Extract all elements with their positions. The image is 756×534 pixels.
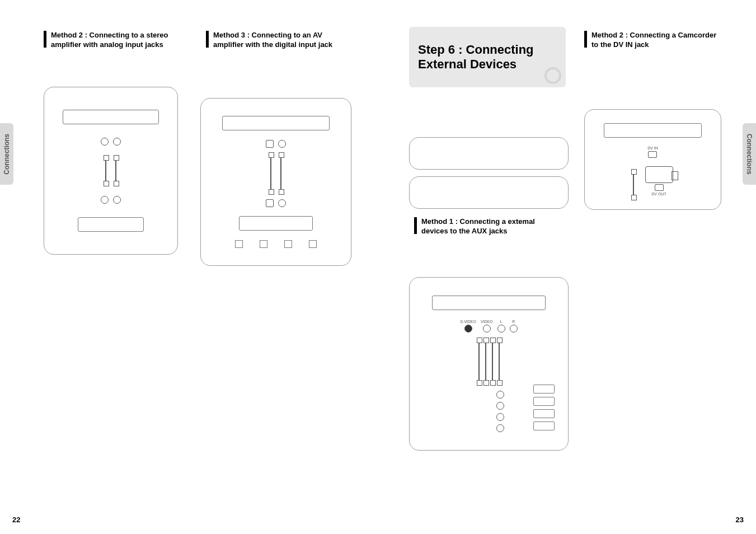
- speaker-row: [235, 240, 317, 248]
- ext-jack-icon: [496, 424, 504, 432]
- heading-bar-icon: [44, 31, 46, 48]
- speaker-icon: [284, 240, 292, 248]
- heading-method2-stereo: Method 2 : Connecting to a stereo amplif…: [44, 31, 180, 50]
- heading-text: Method 2 : Connecting a Camcorder to the…: [591, 31, 720, 50]
- cable-icon: [492, 342, 493, 381]
- dvin-port-icon: [648, 151, 657, 158]
- dvd-recorder-front-icon: [604, 123, 702, 138]
- ext-jack-icon: [496, 413, 504, 421]
- camcorder-icon: [645, 166, 673, 183]
- jack-icon: [113, 138, 121, 146]
- cable-pair: [105, 160, 116, 182]
- dvd-recorder-rear-icon: [222, 116, 330, 130]
- placeholder-frame-2: [409, 176, 569, 209]
- aux-port-row: S-VIDEO VIDEO L R: [460, 320, 518, 332]
- amplifier-front-icon: [78, 217, 144, 232]
- video-jack-icon: [483, 325, 491, 332]
- dvd-recorder-rear-icon: [63, 110, 158, 124]
- diagram-content: DV IN DV OUT: [591, 115, 714, 204]
- port-label: L: [500, 320, 503, 324]
- jack-row: [266, 199, 286, 207]
- cable-bundle: [478, 342, 500, 381]
- jack-icon: [113, 196, 121, 204]
- audio-r-jack-icon: [510, 325, 518, 332]
- jack-icon: [101, 196, 109, 204]
- diagram-aux-external: S-VIDEO VIDEO L R: [409, 277, 569, 451]
- speaker-icon: [235, 240, 243, 248]
- coaxial-jack-icon: [278, 140, 286, 148]
- dvout-label: DV OUT: [651, 192, 666, 196]
- camcorder-mini-icon: [533, 385, 555, 394]
- page-number-left: 22: [12, 516, 20, 524]
- diagram-av-digital: [200, 98, 351, 266]
- diagram-camcorder-dvin: DV IN DV OUT: [584, 109, 721, 210]
- dv-cable-icon: [633, 174, 634, 196]
- side-tab-label: Connections: [3, 134, 11, 175]
- page-number-right: 23: [736, 516, 744, 524]
- port-label: R: [512, 320, 515, 324]
- diagram-content: S-VIDEO VIDEO L R: [417, 286, 560, 441]
- step-heading-box: Step 6 : Connecting External Devices: [409, 27, 566, 87]
- audio-l-jack-icon: [497, 325, 505, 332]
- side-tab-left: Connections: [0, 123, 13, 185]
- vcr-mini-icon: [533, 397, 555, 406]
- camcorder-group: DV OUT: [645, 166, 673, 196]
- heading-method1-aux: Method 1 : Connecting a extemal devices …: [414, 217, 550, 236]
- port-group: S-VIDEO: [460, 320, 476, 332]
- port-group: VIDEO: [481, 320, 493, 332]
- heading-text: Method 2 : Connecting to a stereo amplif…: [51, 31, 180, 50]
- heading-text: Method 3 : Connecting to an AV amplifier…: [213, 31, 342, 50]
- heading-text: Method 1 : Connecting a extemal devices …: [421, 217, 550, 236]
- port-label: VIDEO: [481, 320, 493, 324]
- page-right: Connections Step 6 : Connecting External…: [378, 0, 756, 534]
- ext-jack-icon: [496, 391, 504, 399]
- jack-icon: [101, 138, 109, 146]
- dvout-port-icon: [655, 184, 664, 191]
- jack-row: [101, 138, 121, 146]
- dv-cable-row: DV OUT: [591, 166, 714, 196]
- av-amplifier-icon: [239, 216, 313, 231]
- external-jack-column: [496, 391, 504, 432]
- ext-jack-icon: [496, 402, 504, 410]
- stb-mini-icon: [533, 409, 555, 418]
- cable-pair: [270, 157, 281, 190]
- dvd-mini-icon: [533, 421, 555, 430]
- optical-jack-icon: [266, 199, 274, 207]
- cable-icon: [270, 157, 271, 190]
- dvin-port-group: DV IN: [647, 146, 658, 158]
- svideo-jack-icon: [464, 325, 472, 332]
- placeholder-frame-1: [409, 137, 569, 170]
- dvin-label: DV IN: [647, 146, 658, 150]
- page-left: Connections Method 2 : Connecting to a s…: [0, 0, 378, 534]
- cable-icon: [485, 342, 486, 381]
- step-title-line2: External Devices: [418, 57, 557, 72]
- port-group: L: [497, 320, 505, 332]
- step-title-line1: Step 6 : Connecting: [418, 43, 557, 57]
- dvd-recorder-front-icon: [432, 296, 546, 310]
- jack-row: [266, 140, 286, 148]
- coaxial-jack-icon: [278, 199, 286, 207]
- side-tab-label: Connections: [745, 134, 753, 175]
- cable-icon: [478, 342, 480, 381]
- decorative-circle-icon: [544, 67, 561, 84]
- heading-bar-icon: [414, 217, 417, 234]
- cable-icon: [105, 160, 106, 182]
- optical-jack-icon: [266, 140, 274, 148]
- heading-bar-icon: [584, 31, 587, 48]
- speaker-icon: [309, 240, 317, 248]
- cable-icon: [499, 342, 500, 381]
- port-group: R: [510, 320, 518, 332]
- heading-method3-digital: Method 3 : Connecting to an AV amplifier…: [206, 31, 342, 50]
- diagram-content: [51, 96, 171, 246]
- jack-row: [101, 196, 121, 204]
- side-tab-right: Connections: [743, 123, 756, 185]
- diagram-stereo-analog: [44, 87, 178, 255]
- heading-method2-camcorder: Method 2 : Connecting a Camcorder to the…: [584, 31, 720, 50]
- port-label: S-VIDEO: [460, 320, 476, 324]
- cable-icon: [280, 157, 281, 190]
- cable-icon: [115, 160, 116, 182]
- heading-bar-icon: [206, 31, 209, 48]
- external-devices-stack: [533, 385, 555, 430]
- diagram-content: [208, 107, 343, 257]
- speaker-icon: [260, 240, 267, 248]
